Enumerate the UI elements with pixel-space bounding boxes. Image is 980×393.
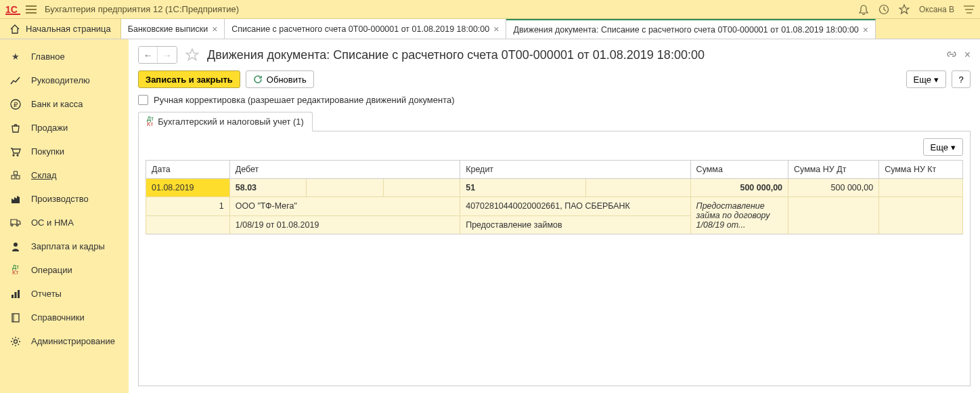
sidebar-item-admin[interactable]: Администрирование (0, 329, 129, 353)
menu-icon[interactable] (26, 5, 37, 14)
tab-label: Списание с расчетного счета 0Т00-000001 … (231, 24, 489, 34)
sidebar-item-assets[interactable]: ОС и НМА (0, 211, 129, 234)
sidebar-item-hr[interactable]: Зарплата и кадры (0, 234, 129, 258)
sidebar: ★ Главное Руководителю ₽ Банк и касса Пр… (0, 39, 129, 393)
home-tab-label: Начальная страница (26, 24, 111, 34)
dtkt-icon: ДтКт (147, 117, 154, 126)
chevron-down-icon: ▾ (951, 142, 956, 152)
nav-buttons: ← → (138, 46, 177, 64)
titlebar: 1С Бухгалтерия предприятия 12 (1С:Предпр… (0, 0, 980, 19)
home-tab[interactable]: Начальная страница (0, 19, 121, 39)
more-label: Еще (914, 75, 931, 85)
svg-rect-12 (16, 175, 20, 179)
col-sum[interactable]: Сумма (690, 161, 788, 179)
cell-debit-party: ООО "ТФ-Мега" (229, 197, 460, 216)
close-icon[interactable]: × (212, 24, 217, 34)
tab-label: Банковские выписки (128, 24, 208, 34)
sidebar-item-label: ОС и НМА (31, 218, 74, 228)
svg-rect-17 (18, 290, 20, 298)
manual-edit-label: Ручная корректировка (разрешает редактир… (154, 95, 455, 105)
table-row[interactable]: 1 ООО "ТФ-Мега" 40702810440020002661, ПА… (146, 197, 963, 216)
sidebar-item-warehouse[interactable]: Склад (0, 163, 129, 187)
sidebar-item-production[interactable]: Производство (0, 187, 129, 211)
chevron-down-icon: ▾ (934, 75, 939, 85)
close-page-icon[interactable]: × (964, 49, 971, 61)
save-close-button[interactable]: Записать и закрыть (138, 70, 240, 88)
sidebar-item-operations[interactable]: ДтКт Операции (0, 258, 129, 282)
tab-movements[interactable]: Движения документа: Списание с расчетног… (506, 19, 876, 39)
gear-icon (9, 336, 22, 347)
tabs-bar: Начальная страница Банковские выписки × … (0, 19, 980, 39)
sidebar-item-label: Операции (31, 265, 72, 275)
bag-icon (9, 123, 22, 133)
inner-tab-label: Бухгалтерский и налоговый учет (1) (158, 117, 304, 127)
history-icon[interactable] (878, 4, 889, 15)
cell-credit-party: 40702810440020002661, ПАО СБЕРБАНК (460, 197, 690, 216)
tab-writeoff[interactable]: Списание с расчетного счета 0Т00-000001 … (225, 19, 506, 39)
entries-table: Дата Дебет Кредит Сумма Сумма НУ Дт Сумм… (146, 160, 963, 234)
checkbox[interactable] (138, 95, 148, 105)
app-title: Бухгалтерия предприятия 12 (1С:Предприят… (45, 4, 858, 14)
home-icon (9, 24, 20, 34)
close-icon[interactable]: × (863, 25, 868, 35)
sidebar-item-purchases[interactable]: Покупки (0, 140, 129, 163)
svg-rect-15 (12, 295, 14, 298)
sidebar-item-catalogs[interactable]: Справочники (0, 306, 129, 329)
manual-edit-row[interactable]: Ручная корректировка (разрешает редактир… (138, 95, 971, 105)
more-label: Еще (931, 142, 948, 152)
sidebar-item-reports[interactable]: Отчеты (0, 282, 129, 306)
cell-credit-purpose: Предоставление займов (460, 215, 690, 234)
sidebar-item-main[interactable]: ★ Главное (0, 45, 129, 68)
cell-debit-acc: 58.03 (229, 179, 306, 197)
nav-back-button[interactable]: ← (139, 47, 158, 63)
sidebar-item-bank[interactable]: ₽ Банк и касса (0, 92, 129, 116)
cell-sum-nu-kt (879, 179, 963, 197)
header-row: Дата Дебет Кредит Сумма Сумма НУ Дт Сумм… (146, 161, 963, 179)
cell-date: 01.08.2019 (146, 179, 230, 197)
col-credit[interactable]: Кредит (460, 161, 690, 179)
sidebar-item-label: Производство (31, 194, 89, 204)
star-icon: ★ (9, 51, 22, 62)
tab-label: Движения документа: Списание с расчетног… (513, 25, 858, 35)
sidebar-item-label: Продажи (31, 123, 68, 133)
col-debit[interactable]: Дебет (229, 161, 460, 179)
cell-sum-nu-dt: 500 000,00 (788, 179, 879, 197)
cell-debit-contract: 1/08/19 от 01.08.2019 (229, 215, 460, 234)
bar-chart-icon (9, 289, 22, 299)
factory-icon (9, 194, 22, 204)
svg-text:1С: 1С (5, 4, 18, 15)
inner-tab-accounting[interactable]: ДтКт Бухгалтерский и налоговый учет (1) (138, 112, 313, 131)
sidebar-item-label: Банк и касса (31, 99, 83, 109)
bell-icon[interactable] (858, 4, 869, 15)
sidebar-item-manager[interactable]: Руководителю (0, 68, 129, 92)
svg-rect-11 (12, 175, 15, 179)
link-icon[interactable] (945, 49, 958, 60)
svg-point-14 (14, 243, 18, 247)
favorite-star-icon[interactable] (185, 48, 199, 62)
more-button[interactable]: Еще ▾ (906, 70, 946, 88)
col-sum-nu-kt[interactable]: Сумма НУ Кт (879, 161, 963, 179)
refresh-button[interactable]: Обновить (246, 70, 314, 88)
help-button[interactable]: ? (952, 70, 971, 88)
sidebar-item-sales[interactable]: Продажи (0, 116, 129, 140)
chart-line-icon (9, 76, 22, 85)
panel-more-button[interactable]: Еще ▾ (923, 138, 963, 156)
col-date[interactable]: Дата (146, 161, 230, 179)
sidebar-item-label: Администрирование (31, 336, 115, 346)
svg-text:₽: ₽ (14, 101, 18, 108)
close-icon[interactable]: × (493, 24, 499, 34)
star-icon[interactable] (899, 4, 910, 15)
boxes-icon (9, 171, 22, 180)
table-row[interactable]: 01.08.2019 58.03 51 500 000,00 500 000,0… (146, 179, 963, 197)
main-content: ← → Движения документа: Списание с расче… (129, 39, 980, 393)
sidebar-item-label: Зарплата и кадры (31, 241, 105, 251)
user-name[interactable]: Оксана В (919, 5, 954, 14)
cell-row-n: 1 (146, 197, 230, 216)
logo-1c: 1С (5, 4, 20, 15)
settings-lines-icon[interactable] (964, 5, 975, 14)
svg-point-20 (14, 339, 18, 343)
tab-bank-statements[interactable]: Банковские выписки × (121, 19, 225, 39)
cell-credit-acc: 51 (460, 179, 586, 197)
nav-forward-button[interactable]: → (158, 47, 177, 63)
col-sum-nu-dt[interactable]: Сумма НУ Дт (788, 161, 879, 179)
